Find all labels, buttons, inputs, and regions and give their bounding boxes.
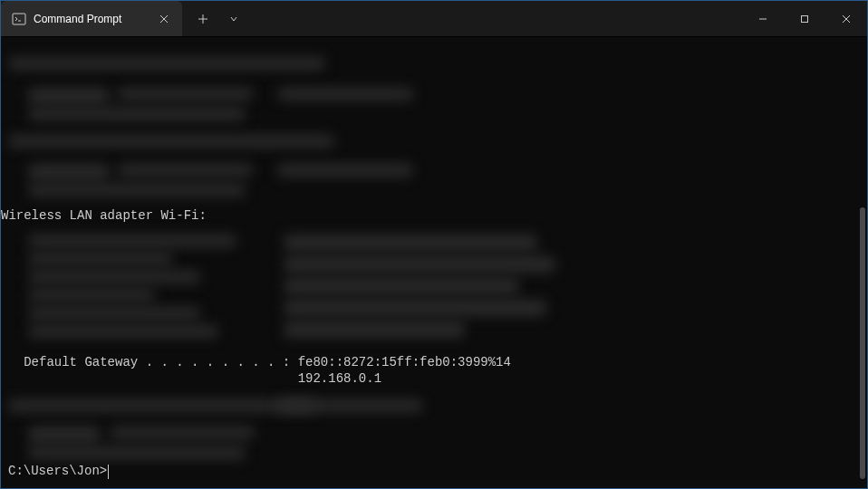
prompt-path: C:\Users\Jon> <box>8 463 107 481</box>
default-gateway-line: Default Gateway . . . . . . . . . : fe80… <box>1 354 511 372</box>
gateway-ipv6-value: fe80::8272:15ff:feb0:3999%14 <box>298 355 511 369</box>
redacted-content <box>28 446 246 459</box>
redacted-content <box>284 235 537 251</box>
redacted-content <box>117 88 253 101</box>
redacted-content <box>277 399 422 412</box>
redacted-content <box>28 271 200 283</box>
redacted-content <box>284 278 519 294</box>
redacted-content <box>28 164 110 180</box>
redacted-content <box>277 164 413 177</box>
titlebar: Command Prompt <box>1 1 867 37</box>
cmd-icon <box>12 12 26 26</box>
redacted-content <box>28 184 246 197</box>
scrollbar-thumb[interactable] <box>860 207 865 479</box>
svg-rect-0 <box>13 14 25 24</box>
redacted-content <box>28 253 173 265</box>
adapter-section-header: Wireless LAN adapter Wi-Fi: <box>1 207 207 225</box>
minimize-button[interactable] <box>742 1 784 36</box>
tab-close-button[interactable] <box>157 12 171 26</box>
redacted-content <box>28 235 236 247</box>
gateway-label: Default Gateway . . . . . . . . . : <box>1 355 298 369</box>
tab-command-prompt[interactable]: Command Prompt <box>1 1 182 36</box>
svg-rect-7 <box>802 15 808 22</box>
redacted-content <box>117 164 253 177</box>
redacted-content <box>277 88 413 101</box>
close-button[interactable] <box>825 1 867 36</box>
redacted-content <box>284 300 546 316</box>
default-gateway-ipv4: 192.168.0.1 <box>1 370 381 388</box>
window-controls <box>742 1 867 36</box>
tabbar-actions <box>182 1 247 36</box>
redacted-content <box>28 307 200 320</box>
tab-title: Command Prompt <box>34 13 149 25</box>
redacted-content <box>284 321 465 338</box>
terminal-output[interactable]: Wireless LAN adapter Wi-Fi: Default Gate… <box>1 37 867 488</box>
new-tab-button[interactable] <box>189 5 217 33</box>
maximize-button[interactable] <box>784 1 825 36</box>
redacted-content <box>28 108 246 120</box>
redacted-content <box>28 325 218 338</box>
redacted-content <box>110 427 255 439</box>
redacted-content <box>28 88 110 104</box>
redacted-content <box>28 427 101 443</box>
redacted-content <box>284 256 555 273</box>
redacted-content <box>28 289 155 302</box>
cursor <box>108 465 109 479</box>
prompt-line[interactable]: C:\Users\Jon> <box>8 463 109 481</box>
tab-dropdown-button[interactable] <box>220 5 247 33</box>
redacted-content <box>8 399 316 412</box>
redacted-content <box>8 57 325 70</box>
redacted-content <box>8 135 334 148</box>
